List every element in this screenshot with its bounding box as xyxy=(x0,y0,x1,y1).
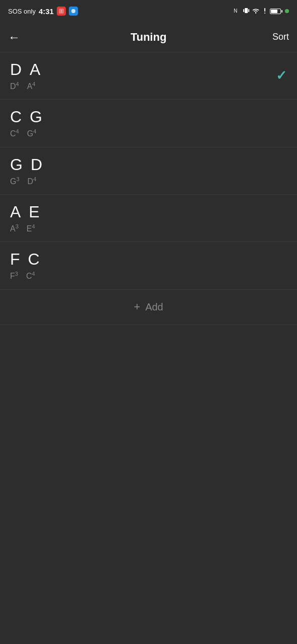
tuning-notes-2: G D G3 D4 xyxy=(10,155,42,186)
status-right: N xyxy=(234,7,289,16)
svg-text:N: N xyxy=(234,8,237,14)
nfc-icon: N xyxy=(234,7,241,16)
svg-rect-6 xyxy=(248,9,249,12)
tuning-item[interactable]: C G C4 G4 xyxy=(0,100,297,147)
note-sub-1-3: A3 xyxy=(10,223,19,233)
note-letter-2-1: G xyxy=(30,108,42,126)
tuning-sub-notes-3: A3 E4 xyxy=(10,223,40,233)
svg-rect-4 xyxy=(245,8,248,13)
wifi-icon xyxy=(252,8,260,15)
svg-rect-8 xyxy=(264,13,265,14)
vibrate-icon xyxy=(243,7,249,16)
svg-rect-7 xyxy=(264,8,265,12)
app-icon-red: ! xyxy=(57,7,66,16)
note-sub-1-1: C4 xyxy=(10,128,19,138)
tuning-item[interactable]: F C F3 C4 xyxy=(0,242,297,289)
green-dot-indicator xyxy=(285,9,289,13)
svg-text:!: ! xyxy=(61,9,62,14)
note-letter-1-1: C xyxy=(10,108,22,126)
svg-point-2 xyxy=(71,9,75,13)
note-letter-2-3: E xyxy=(29,203,39,221)
sort-button[interactable]: Sort xyxy=(268,28,293,46)
status-time: 4:31 xyxy=(39,7,54,16)
note-letter-2-0: A xyxy=(30,60,40,79)
navigation-bar: ← Tuning Sort xyxy=(0,22,297,52)
svg-rect-5 xyxy=(243,9,244,12)
note-sub-2-2: D4 xyxy=(28,176,37,186)
tuning-sub-notes-4: F3 C4 xyxy=(10,271,40,281)
note-sub-2-0: A4 xyxy=(27,81,36,91)
back-arrow-icon: ← xyxy=(8,30,20,44)
status-bar: SOS only 4:31 ! N xyxy=(0,0,297,22)
tuning-main-notes-3: A E xyxy=(10,203,40,221)
note-sub-2-3: E4 xyxy=(27,223,35,233)
tuning-sub-notes-2: G3 D4 xyxy=(10,176,42,186)
note-sub-1-0: D4 xyxy=(10,81,19,91)
tuning-main-notes-2: G D xyxy=(10,155,42,174)
tuning-item[interactable]: A E A3 E4 xyxy=(0,195,297,242)
battery-icon xyxy=(270,9,282,14)
add-tuning-button[interactable]: + Add xyxy=(0,290,297,325)
carrier-label: SOS only xyxy=(8,8,36,15)
note-letter-1-2: G xyxy=(10,155,23,174)
tuning-main-notes-0: D A xyxy=(10,60,40,79)
tuning-list: D A D4 A4 ✓ C G C4 G4 xyxy=(0,52,297,290)
selected-checkmark: ✓ xyxy=(276,68,287,84)
tuning-notes-1: C G C4 G4 xyxy=(10,108,42,138)
note-letter-2-2: D xyxy=(31,155,42,174)
note-letter-1-0: D xyxy=(10,60,22,79)
signal-icon xyxy=(262,7,267,16)
tuning-item[interactable]: G D G3 D4 xyxy=(0,147,297,195)
add-plus-icon: + xyxy=(134,300,140,313)
status-left: SOS only 4:31 ! xyxy=(8,7,78,16)
app-icon-blue xyxy=(69,7,78,16)
note-letter-1-3: A xyxy=(10,203,21,221)
tuning-item[interactable]: D A D4 A4 ✓ xyxy=(0,52,297,100)
tuning-main-notes-4: F C xyxy=(10,250,40,269)
note-sub-1-2: G3 xyxy=(10,176,20,186)
add-label: Add xyxy=(145,301,163,313)
back-button[interactable]: ← xyxy=(4,26,24,48)
note-letter-2-4: C xyxy=(28,250,40,269)
tuning-notes-3: A E A3 E4 xyxy=(10,203,40,233)
note-sub-2-1: G4 xyxy=(27,128,37,138)
tuning-main-notes-1: C G xyxy=(10,108,42,126)
page-title: Tuning xyxy=(131,31,167,44)
tuning-sub-notes-0: D4 A4 xyxy=(10,81,40,91)
note-letter-1-4: F xyxy=(10,250,20,269)
sort-label: Sort xyxy=(272,32,289,42)
note-sub-2-4: C4 xyxy=(26,271,35,281)
tuning-notes-0: D A D4 A4 xyxy=(10,60,40,91)
tuning-notes-4: F C F3 C4 xyxy=(10,250,40,281)
tuning-sub-notes-1: C4 G4 xyxy=(10,128,42,138)
note-sub-1-4: F3 xyxy=(10,271,18,281)
